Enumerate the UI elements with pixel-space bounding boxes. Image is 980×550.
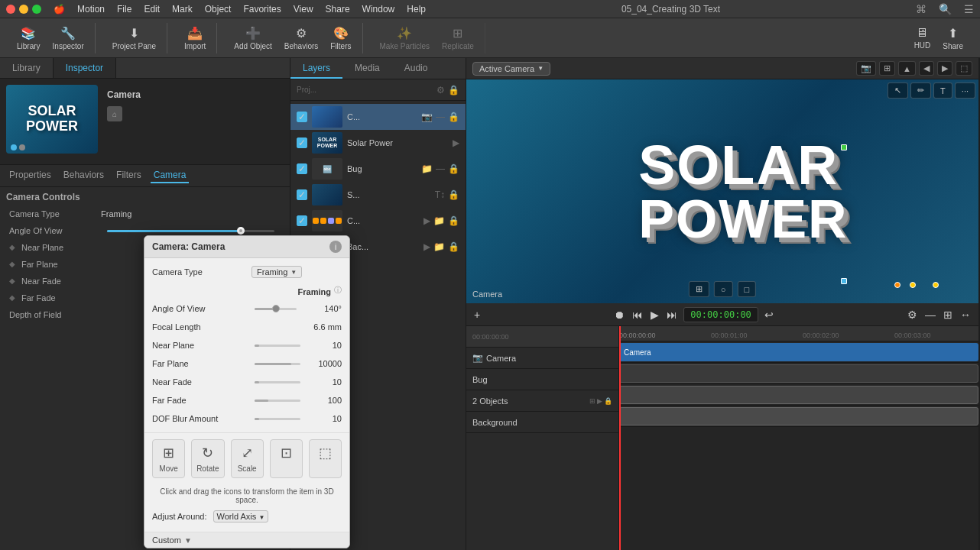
timeline-zoom-in-btn[interactable]: ⊞: [942, 307, 954, 322]
control-point-top[interactable]: [841, 144, 847, 150]
viewport-settings-btn[interactable]: ▲: [898, 61, 916, 76]
background-track-clip[interactable]: [619, 407, 978, 425]
far-fade-slider[interactable]: [255, 400, 300, 402]
play-btn[interactable]: ▶: [649, 307, 660, 322]
vp-type-btn[interactable]: T: [933, 82, 952, 99]
control-point-left[interactable]: [841, 278, 847, 284]
vp-square-btn[interactable]: □: [738, 281, 757, 297]
skip-end-btn[interactable]: ⏭: [665, 307, 679, 322]
transform-view-btn[interactable]: ⊞: [879, 61, 895, 76]
s-layer-item[interactable]: ✓ S... T↕ 🔒: [290, 182, 466, 208]
adjust-dropdown[interactable]: World Axis ▼: [213, 510, 269, 522]
viewport-next-btn[interactable]: ▶: [937, 61, 952, 76]
loop-btn[interactable]: ↩: [763, 307, 775, 322]
c-group-layer-item[interactable]: ✓ C... ▶ 📁: [290, 208, 466, 234]
search-icon[interactable]: 🔍: [939, 3, 952, 15]
view-menu[interactable]: View: [294, 4, 313, 15]
camera-settings-btn[interactable]: ⌂: [107, 106, 122, 121]
near-fade-diamond[interactable]: ◆: [9, 277, 18, 286]
menu-icon[interactable]: ☰: [964, 3, 974, 15]
edit-menu[interactable]: Edit: [144, 4, 160, 15]
replicate-button[interactable]: ⊞ Replicate: [437, 23, 479, 53]
camera-track-clip[interactable]: Camera: [619, 343, 978, 361]
app-name[interactable]: Motion: [77, 4, 105, 15]
control-point-orange1[interactable]: [894, 282, 900, 288]
far-plane-slider[interactable]: [255, 363, 300, 365]
far-plane-diamond[interactable]: ◆: [9, 260, 18, 269]
add-track-btn[interactable]: +: [472, 307, 482, 322]
transform-extra2-button[interactable]: ⬚: [309, 439, 342, 478]
layers-lock-icon[interactable]: 🔒: [448, 85, 459, 95]
media-tab[interactable]: Media: [342, 58, 392, 79]
make-particles-button[interactable]: ✨ Make Particles: [375, 23, 435, 53]
far-fade-diamond[interactable]: ◆: [9, 293, 18, 302]
near-plane-slider[interactable]: [255, 345, 300, 347]
vp-grid-btn[interactable]: ⊞: [689, 281, 709, 297]
project-pane-button[interactable]: ⬇ Project Pane: [108, 23, 161, 53]
vp-more-btn[interactable]: ···: [955, 82, 975, 99]
near-fade-slider[interactable]: [255, 381, 300, 383]
playhead[interactable]: [619, 326, 621, 550]
inspector-panel-tab[interactable]: Inspector: [54, 58, 116, 78]
mark-menu[interactable]: Mark: [172, 4, 193, 15]
audio-tab[interactable]: Audio: [392, 58, 440, 79]
add-object-button[interactable]: ➕ Add Object: [229, 23, 276, 53]
maximize-btn[interactable]: [32, 5, 41, 14]
skip-start-btn[interactable]: ⏮: [631, 307, 644, 322]
angle-slider[interactable]: [107, 230, 274, 232]
filters-button[interactable]: 🎨 Filters: [326, 23, 355, 53]
vp-arrow-btn[interactable]: ↖: [888, 82, 908, 99]
transform-extra-button[interactable]: ⊡: [270, 439, 303, 478]
share-button[interactable]: ⬆ Share: [938, 23, 968, 53]
behaviors-tab[interactable]: Behaviors: [60, 168, 107, 183]
hud-button[interactable]: 🖥 HUD: [910, 23, 936, 53]
popup-angle-slider[interactable]: [255, 308, 297, 310]
vp-circle-btn[interactable]: ○: [714, 281, 733, 297]
minimize-btn[interactable]: [19, 5, 28, 14]
camera-layer-checkbox[interactable]: ✓: [297, 112, 307, 122]
popup-camera-type-dropdown[interactable]: Framing ▼: [251, 266, 302, 278]
inspector-button[interactable]: 🔧 Inspector: [48, 23, 89, 53]
scale-button[interactable]: ⤢ Scale: [231, 439, 264, 478]
objects-track-clip[interactable]: [619, 386, 978, 404]
timeline-settings-btn[interactable]: ⚙: [906, 307, 919, 322]
viewport-prev-btn[interactable]: ◀: [919, 61, 934, 76]
behaviors-button[interactable]: ⚙ Behaviors: [280, 23, 323, 53]
control-point-yellow2[interactable]: [933, 282, 939, 288]
close-btn[interactable]: [6, 5, 15, 14]
import-button[interactable]: 📥 Import: [180, 23, 210, 53]
control-point-yellow1[interactable]: [910, 282, 916, 288]
vp-tool-btn[interactable]: ✏: [910, 82, 931, 99]
window-menu[interactable]: Window: [362, 4, 395, 15]
object-menu[interactable]: Object: [205, 4, 232, 15]
viewport-layout-btn[interactable]: ⬚: [956, 61, 972, 76]
near-plane-diamond[interactable]: ◆: [9, 243, 18, 252]
rotate-button[interactable]: ↻ Rotate: [191, 439, 224, 478]
help-menu[interactable]: Help: [407, 4, 426, 15]
file-menu[interactable]: File: [117, 4, 131, 15]
filters-tab[interactable]: Filters: [113, 168, 144, 183]
library-panel-tab[interactable]: Library: [0, 58, 54, 78]
airplay-icon[interactable]: ⌘: [916, 3, 926, 15]
bug-checkbox[interactable]: ✓: [297, 163, 307, 174]
solar-power-layer-item[interactable]: ✓ SOLARPOWER Solar Power ▶: [290, 130, 466, 156]
s-checkbox[interactable]: ✓: [297, 189, 307, 200]
move-button[interactable]: ⊞ Move: [152, 439, 185, 478]
timeline-zoom-fit-btn[interactable]: ↔: [959, 307, 972, 322]
bug-layer-item[interactable]: ✓ 🔤 Bug 📁 — 🔒: [290, 156, 466, 182]
angle-slider-thumb[interactable]: [237, 227, 245, 235]
properties-tab[interactable]: Properties: [6, 168, 54, 183]
c-group-checkbox[interactable]: ✓: [297, 215, 307, 226]
library-button[interactable]: 📚 Library: [12, 23, 45, 53]
dof-slider[interactable]: [255, 418, 300, 420]
solar-power-checkbox[interactable]: ✓: [297, 138, 307, 148]
share-menu[interactable]: Share: [326, 4, 350, 15]
camera-tab[interactable]: Camera: [151, 168, 190, 183]
record-btn[interactable]: ⏺: [612, 307, 626, 322]
apple-menu[interactable]: 🍎: [54, 4, 65, 15]
camera-icon-btn[interactable]: 📷: [856, 61, 876, 76]
bug-track-clip[interactable]: [619, 364, 978, 383]
layers-tab[interactable]: Layers: [290, 58, 342, 79]
favorites-menu[interactable]: Favorites: [243, 4, 281, 15]
active-camera-dropdown[interactable]: Active Camera ▼: [472, 62, 550, 76]
